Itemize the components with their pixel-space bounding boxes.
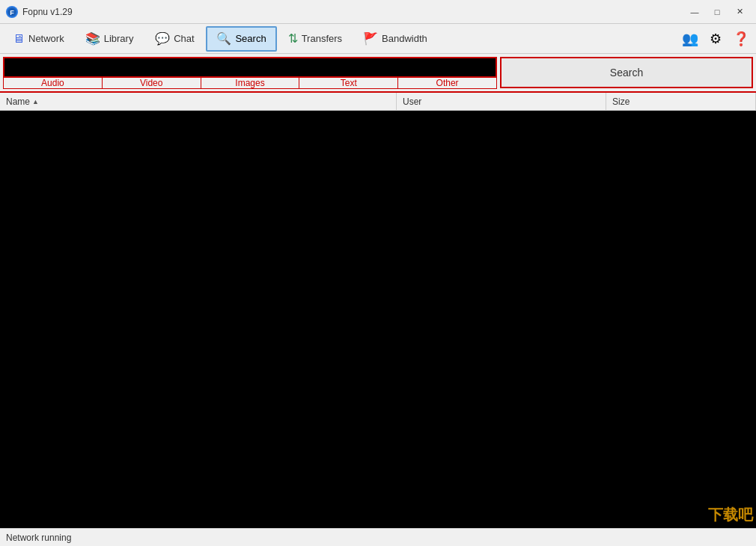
bandwidth-button[interactable]: 🚩 Bandwidth	[353, 26, 437, 52]
chat-button[interactable]: 💬 Chat	[144, 26, 204, 52]
title-bar: F Fopnu v1.29 — □ ✕	[0, 0, 756, 24]
status-bar: Network running	[0, 528, 756, 546]
minimize-button[interactable]: —	[684, 4, 705, 20]
title-text: Fopnu v1.29	[22, 7, 73, 17]
users-button[interactable]: 👥	[678, 27, 702, 51]
search-area: Audio Video Images Text Other Search	[0, 54, 756, 93]
close-button[interactable]: ✕	[729, 4, 750, 20]
column-header-name[interactable]: Name ▲	[0, 93, 397, 110]
search-input[interactable]	[3, 57, 497, 78]
library-icon: 📚	[85, 31, 100, 46]
toolbar: 🖥 Network 📚 Library 💬 Chat 🔍 Search ⇅ Tr…	[0, 24, 756, 54]
filter-audio[interactable]: Audio	[4, 78, 103, 88]
library-button[interactable]: 📚 Library	[76, 26, 144, 52]
transfers-icon: ⇅	[288, 31, 298, 46]
window-controls: — □ ✕	[684, 4, 750, 20]
search-button-wrapper: Search	[500, 57, 753, 88]
filter-video[interactable]: Video	[103, 78, 201, 88]
bandwidth-label: Bandwidth	[382, 33, 427, 44]
network-icon: 🖥	[13, 32, 25, 46]
help-icon: ❓	[733, 31, 749, 47]
search-input-wrapper: Audio Video Images Text Other	[3, 57, 497, 88]
filter-text[interactable]: Text	[299, 78, 398, 88]
status-text: Network running	[6, 533, 71, 543]
bandwidth-icon: 🚩	[363, 31, 378, 46]
search-icon: 🔍	[216, 31, 231, 46]
network-button[interactable]: 🖥 Network	[3, 26, 74, 52]
column-header-size[interactable]: Size	[606, 93, 756, 110]
network-label: Network	[28, 33, 64, 44]
svg-text:F: F	[10, 9, 14, 16]
chat-icon: 💬	[155, 31, 170, 46]
maximize-button[interactable]: □	[707, 4, 728, 20]
chat-label: Chat	[174, 33, 194, 44]
filter-images[interactable]: Images	[201, 78, 300, 88]
watermark-text: 下载吧	[708, 506, 753, 523]
settings-button[interactable]: ⚙	[704, 27, 728, 51]
filter-tabs: Audio Video Images Text Other	[3, 78, 497, 89]
app-icon: F	[6, 6, 18, 18]
help-button[interactable]: ❓	[729, 27, 753, 51]
filter-other[interactable]: Other	[398, 78, 496, 88]
transfers-button[interactable]: ⇅ Transfers	[278, 26, 352, 52]
gear-icon: ⚙	[710, 31, 722, 47]
title-left: F Fopnu v1.29	[6, 6, 73, 18]
users-icon: 👥	[682, 31, 698, 47]
sort-arrow-name: ▲	[32, 98, 39, 105]
results-header: Name ▲ User Size	[0, 93, 756, 111]
results-body	[0, 111, 756, 528]
transfers-label: Transfers	[302, 33, 342, 44]
toolbar-icon-buttons: 👥 ⚙ ❓	[678, 27, 753, 51]
search-label: Search	[235, 33, 266, 44]
library-label: Library	[104, 33, 134, 44]
results-area	[0, 111, 756, 528]
watermark: 下载吧	[708, 505, 753, 525]
search-button[interactable]: 🔍 Search	[206, 26, 276, 52]
search-execute-button[interactable]: Search	[500, 57, 753, 88]
column-header-user[interactable]: User	[397, 93, 606, 110]
